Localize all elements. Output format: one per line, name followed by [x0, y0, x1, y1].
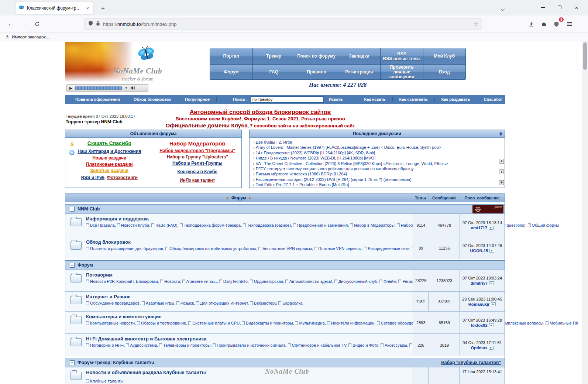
collapse-toggle[interactable]: − [70, 263, 75, 268]
subforum-link[interactable]: Автомобилисты здесь! [289, 279, 332, 284]
uploaders-link[interactable]: Набор в Группу "Uploaders" [154, 154, 242, 160]
subforum-link[interactable]: Платные VPN сервисы [318, 246, 361, 251]
subforum-link[interactable]: Проигрыватели и источники сигнала [217, 343, 285, 347]
subforum-link[interactable]: Обзоры и тестирование [141, 321, 186, 325]
collapse-toggle[interactable]: − [70, 207, 75, 212]
subforum-link[interactable]: Техподдержка (разное) [247, 223, 291, 227]
bookmark-star-icon[interactable]: ☆ [473, 21, 478, 27]
menu-button[interactable]: Правила [295, 65, 338, 79]
subforum-link[interactable]: ЧаВо (FAQ) [155, 223, 177, 227]
subforum-link[interactable]: Клубные таланты [90, 379, 124, 383]
downloads-icon[interactable] [526, 19, 537, 29]
forum-link[interactable]: Новости и объявления раздела Клубные тал… [86, 370, 206, 375]
scrollbar[interactable] [582, 41, 588, 384]
sort-icon[interactable] [499, 132, 502, 136]
expand-button[interactable]: + [499, 180, 504, 185]
expand-button[interactable]: + [499, 159, 504, 164]
subforum-link[interactable]: Новости Клуба [121, 223, 149, 227]
forum-link[interactable]: Обход блокировок [86, 239, 131, 245]
subnav-link[interactable]: Популярное [185, 97, 217, 102]
latest-post-icon[interactable] [489, 226, 494, 230]
inyaz-link[interactable]: ИнЯз как талант [154, 178, 242, 183]
subforum-link[interactable]: Комплексные вопросы [501, 321, 543, 325]
forum-link[interactable]: Компьютеры и комплектующие [86, 314, 161, 319]
mods-recruit-link[interactable]: Набор Модераторов [154, 140, 242, 147]
menu-button[interactable]: FAQ [253, 65, 295, 79]
hotlink[interactable]: 7 способов зайти на заблокированный сайт [250, 123, 355, 128]
latest-post-icon[interactable] [491, 302, 496, 306]
search-input[interactable] [251, 96, 324, 103]
last-post-user[interactable]: Romanukjr [468, 302, 489, 306]
subforum-link[interactable]: DailyTechInfo [223, 279, 248, 284]
menu-button[interactable]: Поиск по форуму [295, 48, 338, 64]
discussion-link[interactable]: Нигде / В никуда / Nowhere (2023) WEB-DL… [256, 156, 375, 160]
back-button[interactable]: ← [5, 18, 16, 30]
extensions-icon[interactable] [538, 19, 549, 29]
subforum-link[interactable]: Аудиосистема [130, 343, 157, 347]
platinum-releases-link[interactable]: Платиновые раздачи [65, 162, 154, 167]
discussion-link[interactable]: Две буквы - 2. Игра [256, 140, 292, 144]
subforum-link[interactable]: Видео и Фото [353, 343, 378, 347]
subforum-link[interactable]: Аксессуары [385, 343, 407, 347]
browser-tab[interactable]: Классический форум-трекер × [16, 2, 93, 14]
maximize-button[interactable] [551, 0, 568, 15]
new-releases-link[interactable]: Новые раздачи [65, 155, 154, 161]
discussion-link[interactable]: Письма мёртвого человека (1986) BDRip [H… [256, 172, 347, 176]
latest-post-icon[interactable] [489, 281, 494, 285]
subnav-link[interactable]: Правила оформления [75, 97, 127, 102]
discussion-link[interactable]: РГСУ тестирует систему социального рейти… [256, 167, 414, 171]
subnav-link[interactable]: Как раздавать [434, 97, 470, 102]
hotlink[interactable]: Восстановим всем Клубом! [175, 116, 241, 121]
say-thanks-link[interactable]: Сказать Спасибо [65, 140, 154, 146]
subforum-link[interactable]: Азартные игры [146, 301, 174, 305]
subforum-link[interactable]: Носители информации [331, 321, 375, 325]
subforum-link[interactable]: Видеокарты и Мониторы [246, 321, 293, 325]
forward-button[interactable]: → [18, 18, 30, 30]
mods-programs-link[interactable]: Набор модераторов "Программы" [154, 148, 242, 153]
subforum-link[interactable]: Новости [164, 279, 180, 284]
url-bar[interactable]: https://nnmclub.to/forum/index.php ☆ [84, 18, 482, 30]
subforum-link[interactable]: Флейм [384, 279, 396, 284]
subforum-link[interactable]: Компьютерные новости [90, 321, 135, 325]
subforum-link[interactable]: Мультимедиа [299, 321, 324, 325]
list-tabs-icon[interactable] [501, 5, 506, 10]
expand-button[interactable]: + [499, 169, 504, 174]
last-post-user[interactable]: foxfox92 [471, 323, 487, 328]
forum-link[interactable]: Интернет и Разное [86, 294, 131, 299]
category-link[interactable]: NNM-Club [78, 206, 100, 212]
subforum-link[interactable]: Новости P2P, Копирайт, Блокировки [90, 279, 158, 284]
menu-button[interactable]: Регистрация [338, 65, 381, 79]
menu-button[interactable]: RSS RSS новые темы [381, 48, 423, 64]
planet-logo[interactable]: planet [472, 205, 503, 213]
subforum-link[interactable]: Техподдержка форум-трекера [184, 223, 241, 227]
new-tab-button[interactable]: + [98, 4, 108, 13]
subforum-link[interactable]: Бесплатные VPN сервисы [262, 246, 312, 251]
subnav-link[interactable]: Спасибо! [477, 97, 503, 102]
search-button[interactable]: Искать [329, 97, 343, 102]
subforum-link[interactable]: Плагины и расширения для браузеров [90, 246, 163, 251]
subforum-link[interactable]: Спутниковое и кабельное TV [292, 343, 347, 347]
release-groups-link[interactable]: Набор в Релиз-Группы [154, 161, 242, 166]
subforum-link[interactable]: Ординаторская [254, 279, 283, 284]
menu-button[interactable]: Мой Клуб [423, 48, 466, 64]
subforum-link[interactable]: Телевизоры и проекторы [163, 343, 210, 347]
subforum-link[interactable]: Набор в Модераторы [354, 223, 394, 227]
speaker-icon[interactable] [130, 86, 135, 91]
last-post-user[interactable]: Optimus [471, 346, 488, 350]
scrollbar-thumb[interactable] [583, 42, 587, 70]
photohosting-link[interactable]: Фотохостинги [107, 175, 138, 180]
latest-post-icon[interactable] [489, 346, 494, 350]
last-post-user[interactable]: UGON-15 [470, 248, 488, 253]
menu-button[interactable]: Закладки [338, 48, 381, 64]
subforum-link[interactable]: Системные платы и CPU [192, 321, 240, 325]
subforum-link[interactable]: Поговорим о Hi-Fi [90, 343, 124, 347]
subforum-link[interactable]: Мобильные ПК [550, 321, 578, 325]
hitparade-link[interactable]: Наш Хитпарад и Достижения [65, 149, 154, 154]
latest-post-icon[interactable] [489, 249, 494, 253]
contests-link[interactable]: Конкурсы в Клубе [154, 169, 242, 174]
gold-releases-link[interactable]: Золотые раздачи [65, 168, 154, 173]
play-icon[interactable]: ▶ [69, 86, 72, 90]
latest-post-icon[interactable] [489, 323, 494, 327]
subforum-link[interactable]: А знаете ли вы.. [186, 279, 217, 284]
rss-ipv6-link[interactable]: RSS и IPv6 [81, 175, 104, 180]
